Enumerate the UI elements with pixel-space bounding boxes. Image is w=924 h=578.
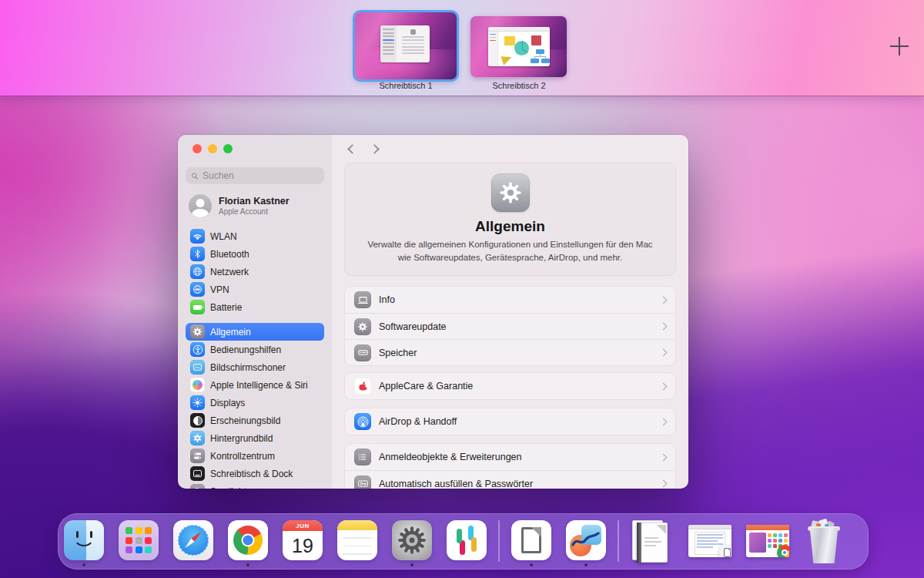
slack-icon (447, 520, 487, 560)
storage-icon (354, 344, 371, 361)
minimize-button[interactable] (208, 144, 217, 153)
dock-item-minimized-writer[interactable] (688, 520, 732, 566)
gear-icon (190, 324, 205, 339)
settings-row-applecare[interactable]: AppleCare & Garantie (345, 373, 675, 399)
dock-item-calendar[interactable]: JUN 19 (283, 520, 323, 566)
page-title: Allgemein (363, 218, 657, 235)
sun-icon (190, 395, 205, 410)
settings-group-airdrop: AirDrop & Handoff (344, 408, 676, 435)
dock-item-finder[interactable] (64, 520, 104, 566)
sidebar-item-bluetooth[interactable]: Bluetooth (186, 245, 324, 263)
sidebar-item-hintergrundbild[interactable]: Hintergrundbild (186, 429, 324, 447)
sidebar-item-vpn[interactable]: VPN (186, 281, 324, 298)
sidebar-item-apple-intelligence-siri[interactable]: Apple Intelligence & Siri (186, 376, 324, 394)
calendar-icon: JUN 19 (283, 520, 323, 560)
sidebar-item-bedienungshilfen[interactable]: Bedienungshilfen (186, 341, 324, 358)
sidebar-item-erscheinungsbild[interactable]: Erscheinungsbild (186, 412, 324, 429)
spaces-bar (0, 0, 924, 96)
sidebar-item-label: Apple Intelligence & Siri (210, 380, 308, 391)
settings-row-speicher[interactable]: Speicher (345, 339, 675, 365)
dock-item-safari[interactable] (173, 520, 213, 566)
sidebar-item-spotlight[interactable]: Spotlight (186, 482, 324, 489)
running-indicator (246, 563, 249, 566)
sidebar-item-label: VPN (210, 284, 229, 295)
desktop-thumbnail-2[interactable] (470, 16, 567, 77)
settings-row-info[interactable]: Info (345, 287, 675, 313)
sidebar-item-label: Kontrollzentrum (210, 451, 275, 462)
sidebar-item-label: Bildschirmschoner (210, 362, 286, 373)
sidebar-item-allgemein[interactable]: Allgemein (186, 323, 324, 341)
sidebar-item-bildschirmschoner[interactable]: Bildschirmschoner (186, 358, 324, 376)
document-stack-icon (631, 520, 669, 563)
sidebar-item-kontrollzentrum[interactable]: Kontrollzentrum (186, 447, 324, 465)
laptop-icon (354, 291, 371, 308)
search-input[interactable] (203, 170, 319, 181)
forward-button[interactable] (370, 144, 380, 154)
finder-icon (64, 520, 104, 560)
system-settings-icon (392, 520, 432, 560)
desktop-thumbnail-1[interactable] (355, 12, 457, 79)
dock: JUN 19 (58, 513, 869, 570)
back-button[interactable] (347, 144, 357, 154)
system-settings-window: Florian Kastner Apple Account WLAN Bluet… (178, 135, 688, 489)
dock-item-system-settings[interactable] (392, 520, 432, 566)
settings-row-autofill-passwoerter[interactable]: Automatisch ausfüllen & Passwörter (345, 470, 675, 489)
search-field[interactable] (186, 167, 324, 184)
sidebar-item-label: Displays (210, 398, 245, 408)
sidebar-item-schreibtisch-dock[interactable]: Schreibtisch & Dock (186, 465, 324, 482)
chevron-right-icon (660, 418, 668, 425)
screensaver-icon (190, 360, 205, 375)
gear-icon (491, 173, 530, 212)
sidebar-item-batterie[interactable]: Batterie (186, 298, 324, 316)
account-subtitle: Apple Account (219, 207, 290, 216)
libreoffice-badge-icon (719, 545, 732, 557)
dock-item-slack[interactable] (447, 520, 487, 566)
mini-settings-window (380, 25, 430, 62)
settings-row-anmeldeobjekte[interactable]: Anmeldeobjekte & Erweiterungen (345, 444, 675, 470)
dock-item-launchpad[interactable] (119, 520, 159, 566)
mini-freeform-window (488, 27, 550, 66)
chevron-right-icon (660, 296, 668, 304)
add-desktop-button[interactable] (890, 37, 909, 55)
apple-account-row[interactable]: Florian Kastner Apple Account (189, 194, 324, 217)
account-name: Florian Kastner (219, 196, 290, 207)
dock-item-libreoffice[interactable] (511, 520, 551, 566)
battery-icon (190, 300, 205, 314)
settings-content-pane: Allgemein Verwalte die allgemeinen Konfi… (332, 135, 688, 489)
dock-item-minimized-chrome[interactable] (746, 520, 789, 566)
wifi-icon (190, 229, 205, 244)
control-center-icon (190, 449, 205, 463)
chrome-badge-icon (777, 545, 789, 557)
settings-row-softwareupdate[interactable]: Softwareupdate (345, 313, 675, 339)
mission-control-screen: Schreibtisch 1 Schreibtisch 2 (0, 0, 924, 578)
general-header-card: Allgemein Verwalte die allgemeinen Konfi… (344, 163, 676, 276)
zoom-button[interactable] (223, 144, 233, 153)
sidebar-item-displays[interactable]: Displays (186, 394, 324, 412)
globe-icon (190, 264, 205, 279)
list-icon (354, 449, 371, 465)
launchpad-icon (119, 520, 159, 560)
dock-item-document-stack[interactable] (631, 520, 674, 566)
sidebar-nav: WLAN Bluetooth Netzwerk VPN Batterie (186, 227, 324, 489)
sidebar-item-netzwerk[interactable]: Netzwerk (186, 263, 324, 281)
sidebar-item-wlan[interactable]: WLAN (186, 227, 324, 245)
dock-item-freeform[interactable] (566, 520, 606, 566)
sidebar-item-label: Bluetooth (210, 249, 249, 260)
calendar-month: JUN (283, 520, 323, 531)
libreoffice-icon (511, 520, 551, 560)
airdrop-icon (354, 413, 371, 430)
running-indicator (82, 563, 85, 566)
dock-separator (498, 520, 500, 562)
dock-item-notes[interactable] (337, 520, 377, 566)
running-indicator (410, 563, 413, 566)
close-button[interactable] (192, 144, 202, 153)
sidebar-item-label: Netzwerk (210, 267, 249, 277)
settings-row-airdrop-handoff[interactable]: AirDrop & Handoff (345, 408, 675, 435)
dock-item-chrome[interactable] (228, 520, 268, 566)
desktop-2-label: Schreibtisch 2 (465, 81, 573, 90)
chevron-right-icon (660, 323, 668, 331)
magnifier-icon (190, 484, 205, 489)
window-controls (186, 144, 324, 153)
dock-item-trash[interactable] (804, 520, 847, 566)
vpn-globe-icon (190, 282, 205, 297)
